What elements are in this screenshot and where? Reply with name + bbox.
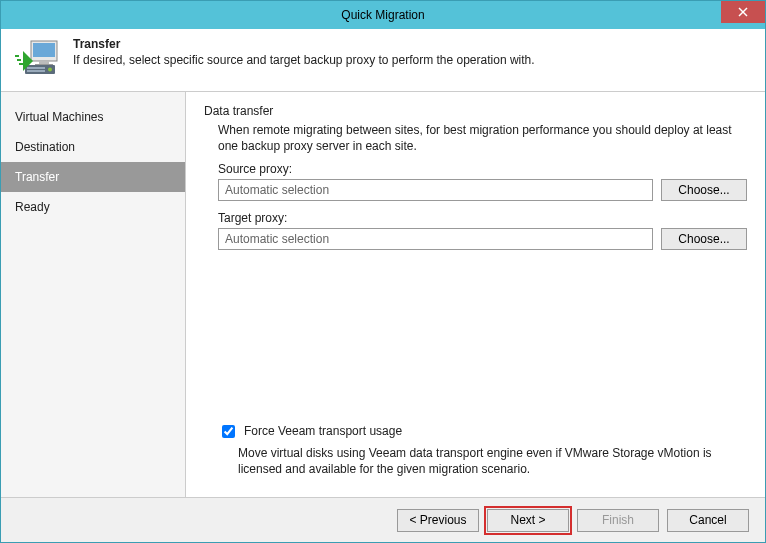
target-proxy-choose-button[interactable]: Choose... bbox=[661, 228, 747, 250]
target-proxy-input[interactable] bbox=[218, 228, 653, 250]
header-title: Transfer bbox=[73, 37, 751, 51]
svg-rect-11 bbox=[17, 59, 21, 61]
sidebar-item-destination[interactable]: Destination bbox=[1, 132, 185, 162]
sidebar-item-virtual-machines[interactable]: Virtual Machines bbox=[1, 102, 185, 132]
force-transport-description: Move virtual disks using Veeam data tran… bbox=[238, 445, 729, 477]
svg-rect-7 bbox=[27, 67, 45, 69]
svg-rect-12 bbox=[19, 63, 23, 65]
wizard-header: Transfer If desired, select specific sou… bbox=[1, 29, 765, 92]
force-transport-checkbox[interactable] bbox=[222, 425, 235, 438]
source-proxy-choose-button[interactable]: Choose... bbox=[661, 179, 747, 201]
close-icon bbox=[738, 7, 748, 17]
close-button[interactable] bbox=[721, 1, 765, 23]
header-description: If desired, select specific source and t… bbox=[73, 53, 751, 67]
force-transport-label: Force Veeam transport usage bbox=[244, 424, 402, 438]
cancel-button[interactable]: Cancel bbox=[667, 509, 749, 532]
svg-rect-4 bbox=[39, 61, 49, 64]
data-transfer-heading: Data transfer bbox=[204, 104, 747, 118]
wizard-body: Virtual Machines Destination Transfer Re… bbox=[1, 92, 765, 498]
source-proxy-label: Source proxy: bbox=[218, 162, 747, 176]
data-transfer-description: When remote migrating between sites, for… bbox=[218, 122, 747, 154]
source-proxy-input[interactable] bbox=[218, 179, 653, 201]
svg-rect-3 bbox=[33, 43, 55, 57]
svg-rect-10 bbox=[15, 55, 19, 57]
force-transport-row: Force Veeam transport usage bbox=[218, 424, 747, 441]
window-title: Quick Migration bbox=[341, 8, 424, 22]
finish-button: Finish bbox=[577, 509, 659, 532]
titlebar: Quick Migration bbox=[1, 1, 765, 29]
sidebar-item-ready[interactable]: Ready bbox=[1, 192, 185, 222]
svg-rect-8 bbox=[27, 70, 45, 72]
target-proxy-row: Choose... bbox=[218, 228, 747, 250]
next-button[interactable]: Next > bbox=[487, 509, 569, 532]
svg-point-9 bbox=[48, 68, 52, 72]
source-proxy-row: Choose... bbox=[218, 179, 747, 201]
target-proxy-label: Target proxy: bbox=[218, 211, 747, 225]
wizard-footer: < Previous Next > Finish Cancel bbox=[1, 498, 765, 542]
header-text: Transfer If desired, select specific sou… bbox=[73, 37, 751, 67]
wizard-content: Data transfer When remote migrating betw… bbox=[186, 92, 765, 497]
previous-button[interactable]: < Previous bbox=[397, 509, 479, 532]
transfer-icon bbox=[15, 37, 63, 79]
wizard-sidebar: Virtual Machines Destination Transfer Re… bbox=[1, 92, 186, 497]
migration-wizard-window: Quick Migration Transfer If bbox=[0, 0, 766, 543]
content-spacer bbox=[204, 260, 747, 423]
sidebar-item-transfer[interactable]: Transfer bbox=[1, 162, 185, 192]
